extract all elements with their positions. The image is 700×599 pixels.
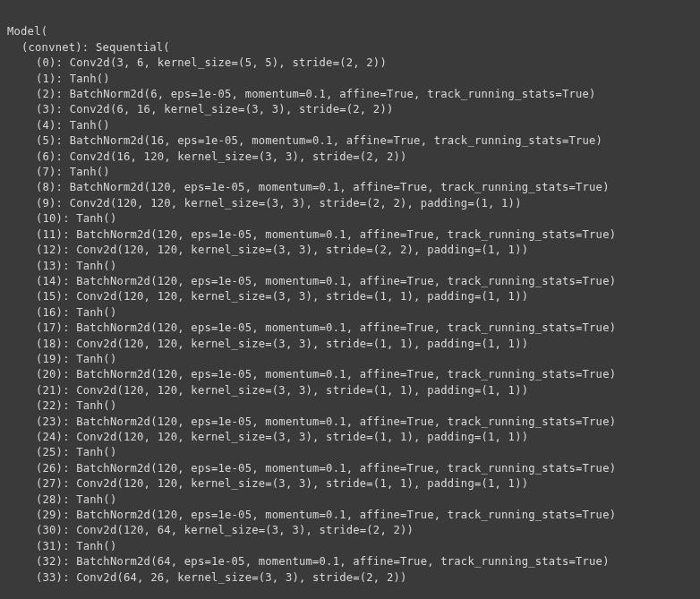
layer-line: (27): Conv2d(120, 120, kernel_size=(3, 3…: [7, 477, 528, 490]
model-repr-code-block: Model( (convnet): Sequential( (0): Conv2…: [0, 0, 700, 599]
layer-line: (9): Conv2d(120, 120, kernel_size=(3, 3)…: [7, 197, 522, 210]
layer-line: (29): BatchNorm2d(120, eps=1e-05, moment…: [7, 509, 616, 521]
layer-line: (15): Conv2d(120, 120, kernel_size=(3, 3…: [7, 290, 528, 303]
layer-line: (25): Tanh(): [7, 446, 116, 458]
layer-line: (13): Tanh(): [7, 260, 116, 272]
layer-line: (8): BatchNorm2d(120, eps=1e-05, momentu…: [7, 181, 610, 193]
layer-line: (6): Conv2d(16, 120, kernel_size=(3, 3),…: [7, 150, 407, 163]
model-open-line: Model(: [7, 25, 47, 38]
layer-line: (2): BatchNorm2d(6, eps=1e-05, momentum=…: [7, 88, 596, 100]
layer-line: (22): Tanh(): [7, 399, 116, 412]
layer-line: (1): Tanh(): [7, 73, 110, 85]
layer-line: (20): BatchNorm2d(120, eps=1e-05, moment…: [7, 368, 616, 381]
layer-line: (26): BatchNorm2d(120, eps=1e-05, moment…: [7, 462, 616, 475]
layer-line: (23): BatchNorm2d(120, eps=1e-05, moment…: [7, 415, 616, 428]
layer-line: (19): Tanh(): [7, 353, 116, 365]
layer-line: (16): Tanh(): [7, 306, 116, 319]
layer-line: (33): Conv2d(64, 26, kernel_size=(3, 3),…: [7, 571, 407, 584]
layer-line: (11): BatchNorm2d(120, eps=1e-05, moment…: [7, 228, 616, 241]
layer-line: (3): Conv2d(6, 16, kernel_size=(3, 3), s…: [7, 103, 394, 116]
layer-line: (4): Tanh(): [7, 119, 110, 132]
layer-line: (7): Tanh(): [7, 166, 110, 178]
layer-list: (0): Conv2d(3, 6, kernel_size=(5, 5), st…: [7, 56, 693, 586]
layer-line: (21): Conv2d(120, 120, kernel_size=(3, 3…: [7, 384, 528, 397]
layer-line: (28): Tanh(): [7, 493, 116, 506]
layer-line: (17): BatchNorm2d(120, eps=1e-05, moment…: [7, 321, 616, 334]
layer-line: (0): Conv2d(3, 6, kernel_size=(5, 5), st…: [7, 56, 387, 69]
layer-line: (5): BatchNorm2d(16, eps=1e-05, momentum…: [7, 134, 602, 147]
layer-line: (24): Conv2d(120, 120, kernel_size=(3, 3…: [7, 431, 528, 443]
layer-line: (12): Conv2d(120, 120, kernel_size=(3, 3…: [7, 244, 528, 256]
layer-line: (32): BatchNorm2d(64, eps=1e-05, momentu…: [7, 555, 610, 568]
layer-line: (18): Conv2d(120, 120, kernel_size=(3, 3…: [7, 338, 528, 350]
layer-line: (10): Tanh(): [7, 212, 116, 225]
convnet-open-line: (convnet): Sequential(: [7, 41, 170, 54]
layer-line: (31): Tanh(): [7, 540, 116, 552]
layer-line: (30): Conv2d(120, 64, kernel_size=(3, 3)…: [7, 524, 414, 536]
layer-line: (14): BatchNorm2d(120, eps=1e-05, moment…: [7, 275, 616, 287]
